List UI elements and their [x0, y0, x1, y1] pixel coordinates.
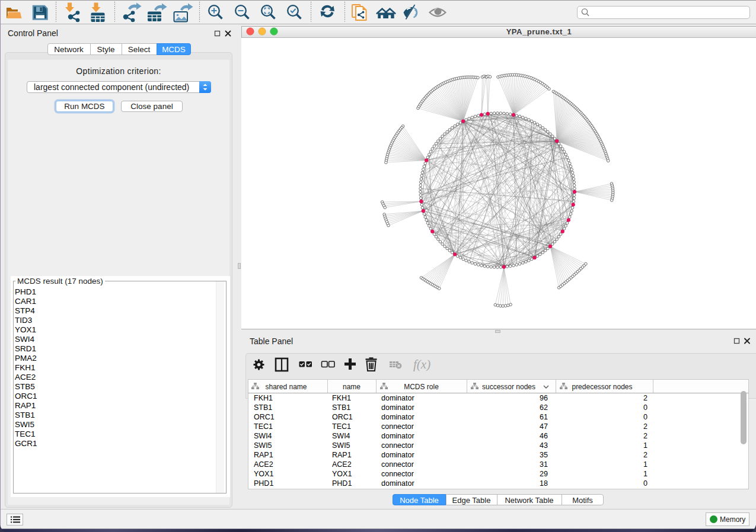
- svg-text:f(x): f(x): [413, 357, 430, 371]
